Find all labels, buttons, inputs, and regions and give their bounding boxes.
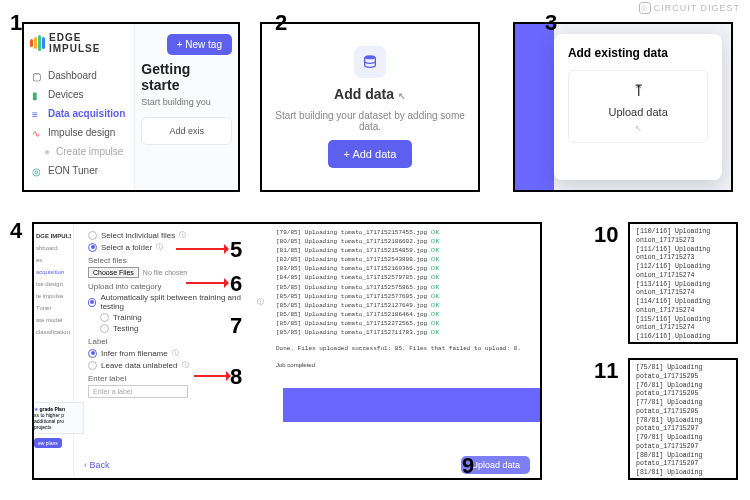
help-icon[interactable]: ⓘ [179,230,186,240]
step-5: 5 [230,237,242,263]
help-icon[interactable]: ⓘ [156,242,163,252]
upload-icon: ⤒ [632,81,645,100]
panel-1: EDGE IMPULSE ▢Dashboard ▮Devices ≡Data a… [22,22,240,192]
mini-nav[interactable]: shboard [36,242,71,254]
step-3: 3 [545,10,557,36]
step-4: 4 [10,218,22,244]
button-label: + Add data [344,148,397,160]
brand: DGE IMPULS [36,230,71,242]
radio-icon [88,349,97,358]
upload-data-card[interactable]: ⤒ Upload data ↖ [568,70,709,143]
label: Select individual files [101,231,175,240]
nav-label: Data acquisition [48,108,125,119]
step-1: 1 [10,10,22,36]
decorative-bar [283,388,542,422]
watermark: ◎CIRCUIT DIGEST [639,2,740,14]
nav-impulse-design[interactable]: ∿Impulse design [30,123,128,142]
add-card[interactable]: Add exis [141,117,232,145]
panel-4: DGE IMPULS shboard es acquisition lse de… [32,222,542,480]
nav-eon-tuner[interactable]: ◎EON Tuner [30,161,128,180]
add-data-title: Add data ↖ [334,86,406,102]
upload-form: Select individual files ⓘ Select a folde… [80,224,272,450]
mini-nav[interactable]: Tuner [36,302,71,314]
help-icon[interactable]: ⓘ [182,360,189,370]
panel-2: Add data ↖ Start building your dataset b… [260,22,480,192]
label-input[interactable]: Enter a label [88,385,188,398]
label: Testing [113,324,138,333]
panel-11: [75/81] Uploading potato_171715295[76/81… [628,358,738,480]
step-6: 6 [230,271,242,297]
mini-nav[interactable]: te impulse [36,290,71,302]
nav-data-acquisition[interactable]: ≡Data acquisition [30,104,128,123]
modal-title: Add existing data [568,46,709,60]
add-data-subtitle: Start building your dataset by adding so… [274,110,466,132]
log-onion: [110/116] Uploading onion_171715273[111/… [630,224,736,344]
radio-icon [100,324,109,333]
choose-files-button[interactable]: Choose Files [88,267,139,278]
log-potato: [75/81] Uploading potato_171715295[76/81… [630,360,736,480]
label: Training [113,313,142,322]
nav-dashboard[interactable]: ▢Dashboard [30,66,128,85]
logo-icon [30,35,45,51]
back-link[interactable]: ‹ Back [84,460,110,470]
arrow-5 [176,248,228,250]
mini-nav[interactable]: classification [36,326,71,338]
add-data-button[interactable]: + Add data [328,140,413,168]
view-plans-button[interactable]: ew plans [34,438,62,448]
nav-label: EON Tuner [48,165,98,176]
logo-text: EDGE IMPULSE [49,32,128,54]
sidebar: EDGE IMPULSE ▢Dashboard ▮Devices ≡Data a… [24,24,135,190]
step-9: 9 [462,453,474,479]
label: Infer from filename [101,349,168,358]
svg-point-0 [365,55,376,59]
arrow-6 [186,282,228,284]
button-label: + New tag [177,39,222,50]
main-area: + New tag Getting starte Start building … [135,24,238,190]
logo: EDGE IMPULSE [30,32,128,54]
nav-label: Create impulse [56,146,123,157]
card-text: Add exis [169,126,204,136]
label: Leave data unlabeled [101,361,178,370]
step-7: 7 [230,313,242,339]
step-2: 2 [275,10,287,36]
upgrade-box: ★ grade Plan ss to higher padditional pr… [32,402,84,434]
radio-icon [100,313,109,322]
help-icon[interactable]: ⓘ [172,348,179,358]
radio-icon [88,361,97,370]
cursor-icon: ↖ [635,124,642,133]
page-title: Getting starte [141,61,232,93]
radio-icon [88,231,97,240]
label: Select a folder [101,243,152,252]
page-subtitle: Start building you [141,97,232,107]
nav-label: Dashboard [48,70,97,81]
database-icon [354,46,386,78]
step-10: 10 [594,222,618,248]
no-file-label: No file chosen [143,269,187,276]
mini-nav[interactable]: ate model [36,314,71,326]
step-11: 11 [594,358,618,384]
radio-icon [88,243,97,252]
mini-nav[interactable]: es [36,254,71,266]
card-label: Upload data [608,106,667,118]
help-icon[interactable]: ⓘ [257,297,264,307]
opt-infer-filename[interactable]: Infer from filename ⓘ [88,348,264,358]
pulse-icon: ∿ [32,128,42,138]
radio-icon [88,298,96,307]
monitor-icon: ▢ [32,71,42,81]
phone-icon: ▮ [32,90,42,100]
nav-label: Devices [48,89,84,100]
cursor-icon: ↖ [398,91,406,101]
mini-nav[interactable]: lse design [36,278,71,290]
step-8: 8 [230,364,242,390]
nav-create-impulse[interactable]: ●Create impulse [30,142,128,161]
panel-10: [110/116] Uploading onion_171715273[111/… [628,222,738,344]
nav-devices[interactable]: ▮Devices [30,85,128,104]
database-icon: ≡ [32,109,42,119]
new-tag-button[interactable]: + New tag [167,34,232,55]
mini-nav[interactable]: acquisition [36,266,71,278]
nav-label: Impulse design [48,127,115,138]
upload-log: [79/85] Uploading tomato_1717152157455.j… [276,228,534,398]
panel-3: Add existing data ⤒ Upload data ↖ [513,22,733,192]
modal: Add existing data ⤒ Upload data ↖ [554,34,723,180]
arrow-8 [194,375,230,377]
